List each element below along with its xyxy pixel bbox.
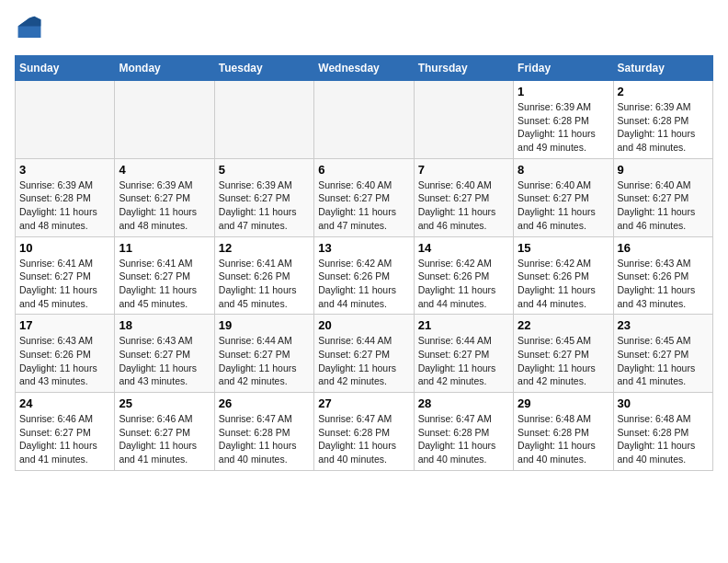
day-number: 6 xyxy=(318,163,409,177)
calendar-cell: 26Sunrise: 6:47 AM Sunset: 6:28 PM Dayli… xyxy=(214,393,313,471)
day-info: Sunrise: 6:46 AM Sunset: 6:27 PM Dayligh… xyxy=(119,412,210,466)
day-number: 13 xyxy=(318,241,409,255)
day-info: Sunrise: 6:39 AM Sunset: 6:28 PM Dayligh… xyxy=(618,100,709,155)
calendar-cell: 19Sunrise: 6:44 AM Sunset: 6:27 PM Dayli… xyxy=(214,315,313,393)
day-info: Sunrise: 6:47 AM Sunset: 6:28 PM Dayligh… xyxy=(418,412,509,466)
calendar-cell: 15Sunrise: 6:42 AM Sunset: 6:26 PM Dayli… xyxy=(514,236,613,315)
day-number: 25 xyxy=(119,396,210,410)
day-number: 11 xyxy=(119,241,210,255)
col-header-sunday: Sunday xyxy=(16,56,115,81)
day-info: Sunrise: 6:41 AM Sunset: 6:27 PM Dayligh… xyxy=(19,257,110,311)
calendar-cell: 20Sunrise: 6:44 AM Sunset: 6:27 PM Dayli… xyxy=(314,315,414,393)
day-number: 16 xyxy=(618,241,709,255)
day-info: Sunrise: 6:41 AM Sunset: 6:26 PM Dayligh… xyxy=(219,257,310,311)
calendar-cell: 8Sunrise: 6:40 AM Sunset: 6:27 PM Daylig… xyxy=(514,158,613,236)
day-number: 4 xyxy=(119,163,210,177)
day-info: Sunrise: 6:43 AM Sunset: 6:26 PM Dayligh… xyxy=(19,334,110,388)
day-number: 30 xyxy=(618,396,709,410)
col-header-saturday: Saturday xyxy=(613,56,712,81)
day-number: 15 xyxy=(518,241,609,255)
day-number: 1 xyxy=(518,85,609,98)
day-info: Sunrise: 6:46 AM Sunset: 6:27 PM Dayligh… xyxy=(19,412,110,466)
day-number: 20 xyxy=(318,318,409,332)
day-info: Sunrise: 6:42 AM Sunset: 6:26 PM Dayligh… xyxy=(418,257,509,311)
day-number: 19 xyxy=(219,318,310,332)
day-info: Sunrise: 6:47 AM Sunset: 6:28 PM Dayligh… xyxy=(219,412,310,466)
logo-icon xyxy=(15,15,44,44)
calendar-cell xyxy=(115,81,214,159)
calendar-cell: 18Sunrise: 6:43 AM Sunset: 6:27 PM Dayli… xyxy=(115,315,214,393)
day-number: 17 xyxy=(19,318,110,332)
calendar-cell: 29Sunrise: 6:48 AM Sunset: 6:28 PM Dayli… xyxy=(514,393,613,471)
calendar-cell: 16Sunrise: 6:43 AM Sunset: 6:26 PM Dayli… xyxy=(613,236,712,315)
day-number: 14 xyxy=(418,241,509,255)
calendar-cell: 13Sunrise: 6:42 AM Sunset: 6:26 PM Dayli… xyxy=(314,236,414,315)
day-info: Sunrise: 6:40 AM Sunset: 6:27 PM Dayligh… xyxy=(318,178,409,233)
day-info: Sunrise: 6:48 AM Sunset: 6:28 PM Dayligh… xyxy=(518,412,609,466)
day-info: Sunrise: 6:42 AM Sunset: 6:26 PM Dayligh… xyxy=(318,257,409,311)
svg-marker-2 xyxy=(18,17,41,27)
day-info: Sunrise: 6:43 AM Sunset: 6:26 PM Dayligh… xyxy=(618,257,709,311)
day-info: Sunrise: 6:45 AM Sunset: 6:27 PM Dayligh… xyxy=(518,334,609,388)
calendar-cell: 28Sunrise: 6:47 AM Sunset: 6:28 PM Dayli… xyxy=(414,393,513,471)
logo xyxy=(15,15,48,44)
calendar-table: SundayMondayTuesdayWednesdayThursdayFrid… xyxy=(15,55,713,471)
calendar-cell: 27Sunrise: 6:47 AM Sunset: 6:28 PM Dayli… xyxy=(314,393,414,471)
calendar-cell: 30Sunrise: 6:48 AM Sunset: 6:28 PM Dayli… xyxy=(613,393,712,471)
day-info: Sunrise: 6:39 AM Sunset: 6:28 PM Dayligh… xyxy=(518,100,609,155)
day-number: 8 xyxy=(518,163,609,177)
calendar-cell: 5Sunrise: 6:39 AM Sunset: 6:27 PM Daylig… xyxy=(214,158,313,236)
day-number: 10 xyxy=(19,241,110,255)
calendar-cell: 3Sunrise: 6:39 AM Sunset: 6:28 PM Daylig… xyxy=(16,158,115,236)
day-number: 12 xyxy=(219,241,310,255)
day-number: 5 xyxy=(219,163,310,177)
page-header xyxy=(15,15,713,44)
day-number: 26 xyxy=(219,396,310,410)
day-number: 22 xyxy=(518,318,609,332)
day-number: 2 xyxy=(618,85,709,98)
day-info: Sunrise: 6:39 AM Sunset: 6:27 PM Dayligh… xyxy=(219,178,310,233)
day-number: 29 xyxy=(518,396,609,410)
day-info: Sunrise: 6:48 AM Sunset: 6:28 PM Dayligh… xyxy=(618,412,709,466)
calendar-cell: 23Sunrise: 6:45 AM Sunset: 6:27 PM Dayli… xyxy=(613,315,712,393)
col-header-monday: Monday xyxy=(115,56,214,81)
calendar-cell: 21Sunrise: 6:44 AM Sunset: 6:27 PM Dayli… xyxy=(414,315,513,393)
calendar-cell: 4Sunrise: 6:39 AM Sunset: 6:27 PM Daylig… xyxy=(115,158,214,236)
day-info: Sunrise: 6:39 AM Sunset: 6:27 PM Dayligh… xyxy=(119,178,210,233)
col-header-tuesday: Tuesday xyxy=(214,56,313,81)
day-number: 7 xyxy=(418,163,509,177)
col-header-wednesday: Wednesday xyxy=(314,56,414,81)
day-number: 28 xyxy=(418,396,509,410)
calendar-cell: 11Sunrise: 6:41 AM Sunset: 6:27 PM Dayli… xyxy=(115,236,214,315)
day-number: 21 xyxy=(418,318,509,332)
day-info: Sunrise: 6:44 AM Sunset: 6:27 PM Dayligh… xyxy=(318,334,409,388)
calendar-cell xyxy=(214,81,313,159)
day-info: Sunrise: 6:41 AM Sunset: 6:27 PM Dayligh… xyxy=(119,257,210,311)
day-info: Sunrise: 6:45 AM Sunset: 6:27 PM Dayligh… xyxy=(618,334,709,388)
calendar-cell: 12Sunrise: 6:41 AM Sunset: 6:26 PM Dayli… xyxy=(214,236,313,315)
day-info: Sunrise: 6:43 AM Sunset: 6:27 PM Dayligh… xyxy=(119,334,210,388)
day-info: Sunrise: 6:40 AM Sunset: 6:27 PM Dayligh… xyxy=(618,178,709,233)
col-header-thursday: Thursday xyxy=(414,56,513,81)
day-number: 9 xyxy=(618,163,709,177)
calendar-cell xyxy=(16,81,115,159)
day-info: Sunrise: 6:42 AM Sunset: 6:26 PM Dayligh… xyxy=(518,257,609,311)
day-number: 23 xyxy=(618,318,709,332)
day-number: 24 xyxy=(19,396,110,410)
col-header-friday: Friday xyxy=(514,56,613,81)
day-info: Sunrise: 6:44 AM Sunset: 6:27 PM Dayligh… xyxy=(418,334,509,388)
day-info: Sunrise: 6:40 AM Sunset: 6:27 PM Dayligh… xyxy=(418,178,509,233)
calendar-cell: 22Sunrise: 6:45 AM Sunset: 6:27 PM Dayli… xyxy=(514,315,613,393)
calendar-cell: 6Sunrise: 6:40 AM Sunset: 6:27 PM Daylig… xyxy=(314,158,414,236)
day-number: 27 xyxy=(318,396,409,410)
day-info: Sunrise: 6:47 AM Sunset: 6:28 PM Dayligh… xyxy=(318,412,409,466)
calendar-cell: 24Sunrise: 6:46 AM Sunset: 6:27 PM Dayli… xyxy=(16,393,115,471)
calendar-cell: 2Sunrise: 6:39 AM Sunset: 6:28 PM Daylig… xyxy=(613,81,712,159)
calendar-cell xyxy=(414,81,513,159)
day-info: Sunrise: 6:40 AM Sunset: 6:27 PM Dayligh… xyxy=(518,178,609,233)
calendar-cell: 9Sunrise: 6:40 AM Sunset: 6:27 PM Daylig… xyxy=(613,158,712,236)
day-info: Sunrise: 6:44 AM Sunset: 6:27 PM Dayligh… xyxy=(219,334,310,388)
calendar-cell: 7Sunrise: 6:40 AM Sunset: 6:27 PM Daylig… xyxy=(414,158,513,236)
calendar-cell: 1Sunrise: 6:39 AM Sunset: 6:28 PM Daylig… xyxy=(514,81,613,159)
calendar-cell: 17Sunrise: 6:43 AM Sunset: 6:26 PM Dayli… xyxy=(16,315,115,393)
